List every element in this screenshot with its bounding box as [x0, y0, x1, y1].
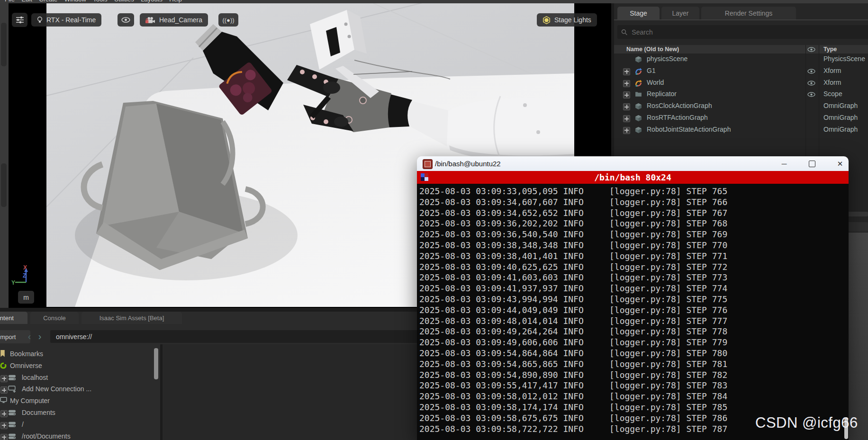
- dock-slot[interactable]: [1, 23, 7, 66]
- expand-icon[interactable]: [623, 103, 630, 110]
- maximize-button[interactable]: [801, 156, 823, 171]
- left-dock-strip[interactable]: [0, 3, 9, 308]
- terminal-app-icon: [423, 159, 433, 169]
- tree-header[interactable]: Name (Old to New) Type: [614, 45, 868, 54]
- tab-label: Console: [43, 314, 66, 322]
- table-row[interactable]: physicsScene PhysicsScene: [614, 54, 868, 65]
- tab-layer[interactable]: Layer: [661, 7, 699, 19]
- cube-icon: [635, 115, 642, 122]
- xform-icon: [635, 68, 642, 75]
- prim-type: OmniGraph: [823, 114, 858, 121]
- eye-icon: [121, 17, 130, 23]
- drive-icon: [8, 433, 16, 440]
- prim-type: PhysicsScene: [823, 55, 865, 63]
- server-icon: [8, 375, 16, 381]
- scrollbar-thumb[interactable]: [154, 348, 158, 379]
- terminal-body[interactable]: 2025-08-03 03:09:33,095,095 INFO [logger…: [417, 184, 849, 440]
- table-row[interactable]: Replicator Scope: [614, 89, 868, 100]
- list-item[interactable]: Add New Connection ...: [0, 384, 160, 395]
- camera-button[interactable]: Head_Camera: [140, 13, 208, 27]
- expand-icon[interactable]: [0, 422, 8, 429]
- viewport-settings-button[interactable]: [12, 13, 27, 27]
- expand-icon[interactable]: [623, 127, 630, 134]
- eye-icon[interactable]: [807, 69, 815, 74]
- dock-slot[interactable]: [1, 163, 7, 207]
- minimize-icon: ─: [782, 160, 787, 168]
- visibility-column-icon[interactable]: [807, 47, 815, 52]
- prim-name[interactable]: RosClockActionGraph: [647, 102, 712, 109]
- xform-icon: [635, 80, 642, 87]
- prim-name[interactable]: physicsScene: [647, 55, 687, 63]
- folder-icon: [635, 91, 642, 98]
- drive-icon: [8, 422, 16, 428]
- tab-content[interactable]: Content: [0, 312, 27, 324]
- list-item[interactable]: Documents: [0, 407, 160, 419]
- tab-render-settings[interactable]: Render Settings: [701, 7, 796, 19]
- menu-bar[interactable]: File Edit Create Window Tools Utilities …: [0, 0, 868, 3]
- search-input[interactable]: [631, 28, 868, 36]
- table-row[interactable]: RosClockActionGraph OmniGraph: [614, 100, 868, 112]
- item-label: /: [22, 421, 24, 428]
- stage-lights-button[interactable]: Stage Lights: [537, 13, 597, 27]
- back-icon[interactable]: ‹: [25, 331, 34, 341]
- expand-icon[interactable]: [0, 375, 8, 382]
- column-name[interactable]: Name (Old to New): [626, 46, 679, 53]
- renderer-button[interactable]: RTX - Real-Time: [31, 13, 101, 27]
- terminal-badge-icon: [421, 173, 428, 181]
- column-type[interactable]: Type: [823, 46, 837, 53]
- prim-name[interactable]: RosRTFActionGraph: [647, 114, 708, 121]
- lightbulb-icon: [37, 16, 43, 24]
- table-row[interactable]: G1 Xform: [614, 65, 868, 77]
- tab-label: Isaac Sim Assets [Beta]: [99, 314, 164, 322]
- minimize-button[interactable]: ─: [773, 156, 795, 171]
- stage-light-icon: [542, 16, 551, 24]
- tab-isaac-sim-assets[interactable]: Isaac Sim Assets [Beta]: [81, 312, 182, 324]
- table-row[interactable]: RosRTFActionGraph OmniGraph: [614, 112, 868, 124]
- search-icon: [621, 29, 627, 36]
- cube-icon: [635, 56, 642, 63]
- terminal-window[interactable]: /bin/bash@ubuntu22 ─ ✕ /bin/bash 80x24 2…: [417, 156, 849, 440]
- expand-icon[interactable]: [623, 68, 630, 75]
- expand-icon[interactable]: [0, 410, 8, 417]
- item-label: localhost: [22, 374, 48, 381]
- list-item[interactable]: /root/Documents: [0, 431, 160, 440]
- list-item[interactable]: Omniverse: [0, 360, 160, 372]
- prim-name[interactable]: World: [647, 79, 664, 86]
- list-item[interactable]: Bookmarks: [0, 349, 160, 360]
- terminal-log: 2025-08-03 03:09:33,095,095 INFO [logger…: [419, 186, 727, 434]
- expand-icon[interactable]: [623, 80, 630, 87]
- list-item[interactable]: localhost: [0, 372, 160, 384]
- close-icon: ✕: [837, 160, 843, 168]
- close-button[interactable]: ✕: [829, 156, 849, 171]
- expand-icon[interactable]: [0, 386, 8, 394]
- item-label: Omniverse: [10, 362, 42, 369]
- isaac-sim-desktop: File Edit Create Window Tools Utilities …: [0, 0, 868, 440]
- eye-icon[interactable]: [807, 81, 815, 86]
- record-button[interactable]: ((●)): [218, 13, 238, 27]
- terminal-titlebar[interactable]: /bin/bash@ubuntu22 ─ ✕: [417, 156, 849, 171]
- expand-icon[interactable]: [623, 115, 630, 122]
- table-row[interactable]: World Xform: [614, 77, 868, 89]
- table-row[interactable]: RobotJointStateActionGraph OmniGraph: [614, 124, 868, 136]
- expand-icon[interactable]: [0, 434, 8, 440]
- menu-items[interactable]: File Edit Create Window Tools Utilities …: [5, 0, 182, 3]
- import-label: Import: [0, 333, 16, 341]
- tab-stage[interactable]: Stage: [617, 7, 660, 19]
- drive-icon: [8, 410, 16, 416]
- forward-icon[interactable]: ›: [36, 331, 44, 341]
- unit-button[interactable]: m: [18, 291, 34, 304]
- eye-icon[interactable]: [807, 92, 815, 97]
- axis-gizmo[interactable]: X Z Y: [11, 263, 45, 289]
- terminal-title: /bin/bash@ubuntu22: [435, 160, 501, 168]
- stage-search[interactable]: [617, 25, 868, 39]
- expand-icon[interactable]: [623, 91, 630, 99]
- prim-type: OmniGraph: [823, 102, 858, 109]
- list-item[interactable]: My Computer: [0, 395, 160, 407]
- tab-console[interactable]: Console: [30, 312, 79, 324]
- prim-name[interactable]: Replicator: [647, 90, 677, 98]
- prim-name[interactable]: RobotJointStateActionGraph: [647, 126, 731, 133]
- prim-name[interactable]: G1: [647, 67, 656, 74]
- maximize-icon: [809, 161, 815, 167]
- list-item[interactable]: /: [0, 419, 160, 431]
- visibility-button[interactable]: [118, 13, 134, 27]
